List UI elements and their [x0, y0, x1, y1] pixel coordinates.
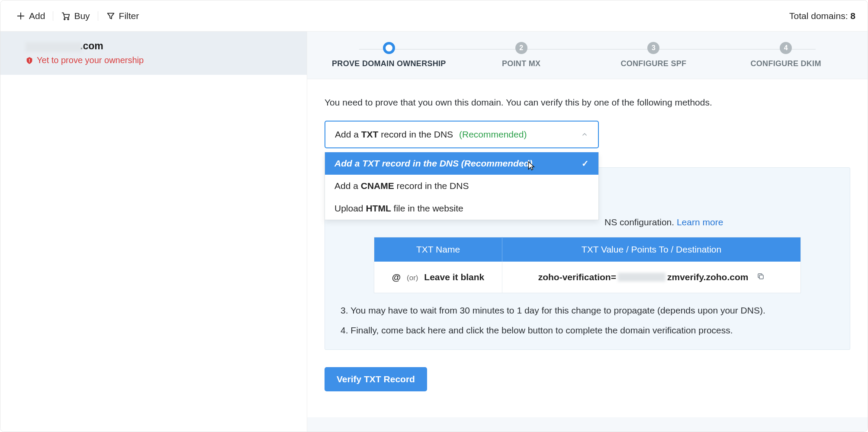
dropdown-option-html[interactable]: Upload HTML file in the website — [325, 197, 598, 220]
step-prove-ownership[interactable]: PROVE DOMAIN OWNERSHIP — [323, 42, 455, 68]
step-label: CONFIGURE DKIM — [751, 59, 821, 68]
buy-button[interactable]: Buy — [58, 8, 93, 24]
recommended-badge: (Recommended) — [459, 129, 527, 139]
txt-value-cell: zoho-verification=zmverify.zoho.com — [502, 262, 801, 293]
step-circle: 3 — [647, 42, 659, 54]
domain-status-text: Yet to prove your ownership — [37, 55, 144, 65]
svg-point-2 — [64, 18, 65, 19]
filter-icon — [106, 11, 116, 21]
stepper: PROVE DOMAIN OWNERSHIP 2 POINT MX 3 CONF… — [307, 32, 868, 79]
verification-method-dropdown[interactable]: Add a TXT record in the DNS (Recommended… — [325, 121, 599, 148]
cart-icon — [61, 11, 71, 21]
step-label: CONFIGURE SPF — [620, 59, 686, 68]
verification-method-dropdown-wrap: Add a TXT record in the DNS (Recommended… — [325, 121, 599, 148]
instruction-line-4: 4. Finally, come back here and click the… — [341, 325, 834, 336]
copy-button[interactable] — [757, 272, 765, 280]
dropdown-option-cname[interactable]: Add a CNAME record in the DNS — [325, 175, 598, 197]
step-point-mx[interactable]: 2 POINT MX — [455, 42, 588, 68]
dropdown-options-list: Add a TXT record in the DNS (Recommended… — [325, 152, 599, 220]
step-configure-dkim[interactable]: 4 CONFIGURE DKIM — [720, 42, 852, 68]
svg-point-3 — [68, 18, 69, 19]
filter-button[interactable]: Filter — [103, 8, 143, 24]
chevron-up-icon — [581, 131, 588, 138]
intro-text: You need to prove that you own this doma… — [325, 97, 850, 108]
dropdown-selected-text: Add a TXT record in the DNS (Recommended… — [335, 129, 527, 140]
separator — [98, 11, 98, 21]
domain-status: Yet to prove your ownership — [26, 55, 291, 65]
svg-rect-6 — [759, 275, 763, 279]
buy-label: Buy — [74, 11, 90, 21]
total-domains: Total domains: 8 — [789, 11, 855, 21]
checkmark-icon: ✓ — [582, 158, 589, 169]
toolbar: Add Buy Filter Total domains: 8 — [0, 0, 868, 32]
domain-name: .com — [26, 40, 291, 52]
content-panel: PROVE DOMAIN OWNERSHIP 2 POINT MX 3 CONF… — [307, 32, 868, 432]
table-header-value: TXT Value / Points To / Destination — [502, 237, 801, 262]
warning-shield-icon — [26, 57, 33, 64]
verify-txt-record-button[interactable]: Verify TXT Record — [325, 367, 427, 391]
copy-icon — [757, 272, 765, 280]
redacted-verification-code — [618, 273, 665, 282]
svg-point-5 — [29, 61, 30, 62]
verification-panel: You need to prove that you own this doma… — [307, 79, 868, 417]
dropdown-option-txt[interactable]: Add a TXT record in the DNS (Recommended… — [325, 152, 598, 175]
table-header-name: TXT Name — [374, 237, 502, 262]
step-circle: 2 — [515, 42, 527, 54]
add-button[interactable]: Add — [13, 8, 48, 24]
table-row: @ (or) Leave it blank zoho-verification=… — [374, 262, 801, 293]
separator — [53, 11, 53, 21]
filter-label: Filter — [119, 11, 139, 21]
learn-more-link[interactable]: Learn more — [677, 217, 723, 227]
main-area: .com Yet to prove your ownership PROVE D… — [0, 32, 868, 432]
domain-list-item[interactable]: .com Yet to prove your ownership — [0, 32, 307, 75]
step-label: POINT MX — [502, 59, 540, 68]
redacted-domain-prefix — [26, 42, 82, 52]
dns-record-table: TXT Name TXT Value / Points To / Destina… — [374, 237, 801, 293]
step-label: PROVE DOMAIN OWNERSHIP — [332, 59, 446, 68]
step-configure-spf[interactable]: 3 CONFIGURE SPF — [588, 42, 720, 68]
domain-sidebar: .com Yet to prove your ownership — [0, 32, 307, 432]
txt-name-cell: @ (or) Leave it blank — [374, 262, 502, 293]
step-circle: 4 — [780, 42, 792, 54]
instruction-line-3: 3. You may have to wait from 30 minutes … — [341, 305, 834, 316]
step-circle-active — [383, 42, 395, 54]
add-label: Add — [29, 11, 45, 21]
plus-icon — [16, 11, 26, 21]
